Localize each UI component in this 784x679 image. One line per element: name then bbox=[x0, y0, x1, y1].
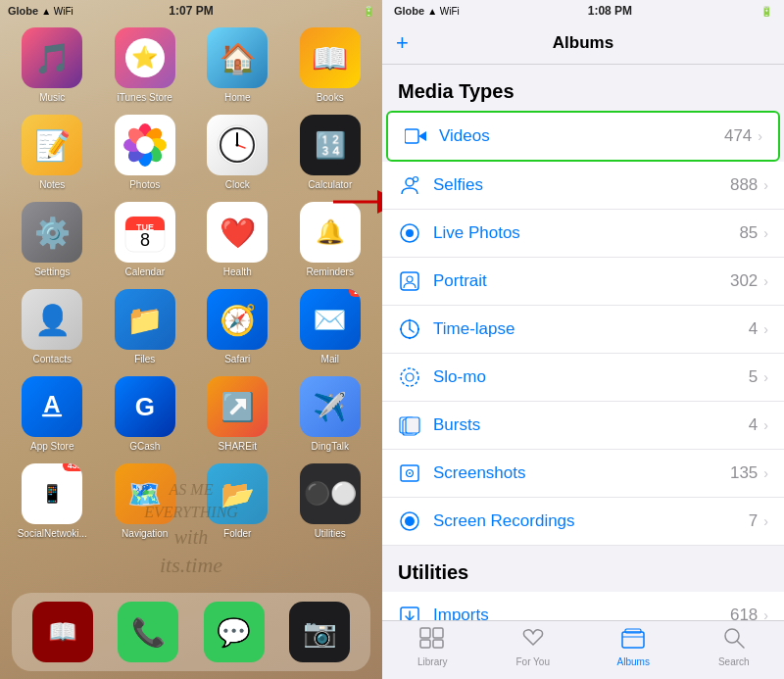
app-label-calendar: Calendar bbox=[124, 267, 165, 277]
app-clock[interactable]: Clock bbox=[195, 115, 280, 190]
bursts-icon bbox=[398, 413, 421, 437]
dock-icon-phone: 📞 bbox=[118, 602, 178, 662]
svg-point-31 bbox=[407, 276, 413, 282]
svg-rect-43 bbox=[406, 417, 419, 433]
app-icon-settings: ⚙️ bbox=[22, 202, 82, 263]
dock-messages[interactable]: 💬 bbox=[204, 602, 265, 662]
album-name-live-photos: Live Photos bbox=[433, 223, 739, 243]
album-row-imports[interactable]: Imports 618 › bbox=[382, 592, 784, 620]
library-tab-icon bbox=[419, 627, 445, 655]
app-calendar[interactable]: TUE 8 Calendar bbox=[103, 202, 188, 277]
tab-for-you[interactable]: For You bbox=[483, 627, 584, 667]
app-label-nav: Navigation bbox=[122, 528, 168, 539]
dock-icon-bible: 📖 bbox=[32, 602, 93, 662]
app-appstore[interactable]: A App Store bbox=[10, 376, 95, 452]
time-left: 1:07 PM bbox=[169, 4, 213, 18]
album-name-selfies: Selfies bbox=[433, 175, 730, 195]
app-label-shareit: SHAREit bbox=[219, 441, 257, 452]
app-music[interactable]: 🎵 Music bbox=[10, 27, 95, 103]
dock-camera[interactable]: 📷 bbox=[289, 602, 350, 662]
svg-text:8: 8 bbox=[140, 230, 150, 250]
svg-point-26 bbox=[406, 178, 414, 186]
app-navigation[interactable]: 🗺️ Navigation bbox=[103, 463, 188, 539]
app-gcash[interactable]: G GCash bbox=[103, 376, 188, 452]
app-icon-shareit: ↗️ bbox=[207, 376, 268, 437]
svg-line-62 bbox=[737, 641, 744, 648]
status-bar-left: Globe ▲ WiFi 1:07 PM 🔋 bbox=[0, 0, 382, 22]
app-home[interactable]: 🏠 Home bbox=[195, 27, 280, 103]
app-label-mail: Mail bbox=[321, 354, 339, 364]
screen-recordings-icon bbox=[398, 509, 421, 533]
album-row-videos[interactable]: Videos 474 › bbox=[386, 111, 780, 162]
app-label-dingtalk: DingTalk bbox=[312, 441, 349, 452]
dock-phone[interactable]: 📞 bbox=[118, 602, 178, 662]
app-books[interactable]: 📖 Books bbox=[288, 27, 373, 103]
svg-rect-59 bbox=[625, 629, 641, 633]
app-icon-books: 📖 bbox=[300, 27, 361, 88]
app-safari[interactable]: 🧭 Safari bbox=[195, 289, 280, 364]
app-utilities[interactable]: ⚫⚪ Utilities bbox=[288, 463, 373, 539]
app-settings[interactable]: ⚙️ Settings bbox=[10, 202, 95, 277]
app-calculator[interactable]: 🔢 Calculator bbox=[288, 115, 373, 190]
app-icon-social: 📱 432 bbox=[22, 463, 82, 524]
svg-point-29 bbox=[406, 229, 414, 237]
album-name-timelapse: Time-lapse bbox=[433, 319, 749, 339]
wifi-icon-right: ▲ WiFi bbox=[427, 6, 460, 17]
album-name-slomo: Slo-mo bbox=[433, 367, 749, 387]
app-icon-calendar: TUE 8 bbox=[115, 202, 175, 263]
mail-badge: 2 bbox=[349, 289, 361, 297]
albums-content: Media Types Videos 474 › Selfi bbox=[382, 65, 784, 620]
app-dingtalk[interactable]: ✈️ DingTalk bbox=[288, 376, 373, 452]
album-row-screenshots[interactable]: Screenshots 135 › bbox=[382, 450, 784, 498]
wifi-icon-left: ▲ WiFi bbox=[41, 6, 74, 17]
album-name-screen-recordings: Screen Recordings bbox=[433, 511, 749, 531]
app-social[interactable]: 📱 432 SocialNetwoki... bbox=[10, 463, 95, 539]
app-reminders[interactable]: 🔔 Reminders bbox=[288, 202, 373, 277]
album-row-timelapse[interactable]: Time-lapse 4 › bbox=[382, 306, 784, 354]
album-count-selfies: 888 bbox=[730, 175, 758, 195]
app-label-home: Home bbox=[224, 92, 251, 103]
album-row-live-photos[interactable]: Live Photos 85 › bbox=[382, 210, 784, 258]
tab-label-library: Library bbox=[417, 656, 448, 667]
app-contacts[interactable]: 👤 Contacts bbox=[10, 289, 95, 364]
dock-bible[interactable]: 📖 bbox=[32, 602, 93, 662]
album-name-portrait: Portrait bbox=[433, 271, 730, 291]
app-shareit[interactable]: ↗️ SHAREit bbox=[195, 376, 280, 452]
app-label-contacts: Contacts bbox=[33, 354, 72, 364]
svg-rect-56 bbox=[420, 640, 430, 648]
app-label-folder: Folder bbox=[223, 528, 251, 539]
app-label-calculator: Calculator bbox=[308, 179, 352, 190]
app-notes[interactable]: 📝 Notes bbox=[10, 115, 95, 190]
album-chevron-screenshots: › bbox=[763, 465, 768, 481]
album-row-screen-recordings[interactable]: Screen Recordings 7 › bbox=[382, 498, 784, 546]
album-row-slomo[interactable]: Slo-mo 5 › bbox=[382, 354, 784, 402]
svg-point-38 bbox=[400, 328, 402, 330]
album-row-portrait[interactable]: Portrait 302 › bbox=[382, 258, 784, 306]
app-label-utilities: Utilities bbox=[315, 528, 346, 539]
album-chevron-live-photos: › bbox=[763, 225, 768, 241]
app-label-itunes: iTunes Store bbox=[118, 92, 172, 103]
app-label-files: Files bbox=[134, 354, 155, 364]
svg-point-36 bbox=[417, 328, 419, 330]
svg-rect-57 bbox=[433, 640, 443, 648]
album-count-bursts: 4 bbox=[749, 415, 758, 435]
carrier-right: Globe bbox=[394, 5, 424, 17]
app-folder[interactable]: 📂 Folder bbox=[195, 463, 280, 539]
app-icon-mail: ✉️ 2 bbox=[300, 289, 361, 350]
tab-search[interactable]: Search bbox=[684, 627, 785, 667]
tab-label-search: Search bbox=[718, 656, 750, 667]
app-mail[interactable]: ✉️ 2 Mail bbox=[288, 289, 373, 364]
app-files[interactable]: 📁 Files bbox=[103, 289, 188, 364]
tab-library[interactable]: Library bbox=[382, 627, 483, 667]
app-label-social: SocialNetwoki... bbox=[18, 528, 87, 539]
tab-albums[interactable]: Albums bbox=[583, 627, 684, 667]
album-row-selfies[interactable]: Selfies 888 › bbox=[382, 162, 784, 210]
app-icon-calculator: 🔢 bbox=[300, 115, 361, 175]
add-button[interactable]: + bbox=[396, 30, 409, 56]
album-row-bursts[interactable]: Bursts 4 › bbox=[382, 402, 784, 450]
app-label-photos: Photos bbox=[129, 179, 160, 190]
svg-point-40 bbox=[406, 373, 414, 381]
app-photos[interactable]: Photos bbox=[103, 115, 188, 190]
app-health[interactable]: ❤️ Health bbox=[195, 202, 280, 277]
app-itunes[interactable]: ⭐ iTunes Store bbox=[103, 27, 188, 103]
